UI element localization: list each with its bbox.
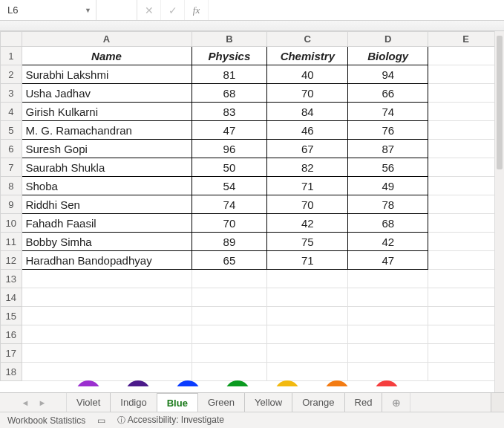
table-header-cell[interactable]: Name xyxy=(22,47,192,65)
score-cell[interactable]: 78 xyxy=(348,195,428,214)
new-sheet-button[interactable]: ⊕ xyxy=(382,393,410,412)
cell[interactable] xyxy=(267,270,348,288)
score-cell[interactable]: 75 xyxy=(267,233,348,251)
score-cell[interactable]: 84 xyxy=(267,103,348,121)
score-cell[interactable]: 89 xyxy=(192,233,267,251)
row-header[interactable]: 16 xyxy=(1,325,22,344)
cell[interactable] xyxy=(192,307,267,325)
name-cell[interactable]: Girish Kulkarni xyxy=(22,103,192,121)
cell[interactable] xyxy=(348,344,428,363)
cell[interactable] xyxy=(192,344,267,363)
accessibility-status[interactable]: ⓘ Accessibility: Investigate xyxy=(117,415,224,426)
score-cell[interactable]: 49 xyxy=(348,177,428,195)
cell[interactable] xyxy=(428,363,504,381)
row-header[interactable]: 9 xyxy=(1,195,22,214)
cell[interactable] xyxy=(348,363,428,381)
score-cell[interactable]: 96 xyxy=(192,140,267,158)
name-cell[interactable]: Saurabh Shukla xyxy=(22,158,192,177)
cell[interactable] xyxy=(22,288,192,307)
score-cell[interactable]: 68 xyxy=(348,214,428,233)
sheet-tab-yellow[interactable]: Yellow xyxy=(245,393,292,412)
spreadsheet-grid[interactable]: A B C D E 1NamePhysicsChemistryBiology2S… xyxy=(0,31,504,381)
score-cell[interactable]: 56 xyxy=(348,158,428,177)
name-cell[interactable]: Riddhi Sen xyxy=(22,195,192,214)
name-cell[interactable]: Shoba xyxy=(22,177,192,195)
row-header[interactable]: 2 xyxy=(1,65,22,84)
score-cell[interactable]: 65 xyxy=(192,251,267,270)
score-cell[interactable]: 50 xyxy=(192,158,267,177)
cell[interactable] xyxy=(428,251,504,270)
name-cell[interactable]: Surabhi Lakshmi xyxy=(22,65,192,84)
sheet-tab-violet[interactable]: Violet xyxy=(67,393,111,412)
cell[interactable] xyxy=(428,158,504,177)
cell[interactable] xyxy=(428,65,504,84)
tab-scroll-region[interactable] xyxy=(410,393,491,412)
score-cell[interactable]: 83 xyxy=(192,103,267,121)
row-header[interactable]: 3 xyxy=(1,84,22,103)
row-header[interactable]: 10 xyxy=(1,214,22,233)
cell[interactable] xyxy=(267,325,348,344)
sheet-tab-red[interactable]: Red xyxy=(345,393,383,412)
name-cell[interactable]: Bobby Simha xyxy=(22,233,192,251)
cell[interactable] xyxy=(267,288,348,307)
score-cell[interactable]: 94 xyxy=(348,65,428,84)
sheet-tab-indigo[interactable]: Indigo xyxy=(111,393,157,412)
cell[interactable] xyxy=(22,325,192,344)
cell[interactable] xyxy=(22,344,192,363)
cell[interactable] xyxy=(22,363,192,381)
cell[interactable] xyxy=(428,288,504,307)
sheet-nav-prev-icon[interactable]: ◄ xyxy=(22,398,28,407)
score-cell[interactable]: 42 xyxy=(348,233,428,251)
vertical-scrollbar[interactable] xyxy=(494,31,504,392)
cancel-formula-button[interactable]: ✕ xyxy=(137,0,161,20)
cell[interactable] xyxy=(192,363,267,381)
cell[interactable] xyxy=(428,307,504,325)
cell[interactable] xyxy=(267,307,348,325)
score-cell[interactable]: 40 xyxy=(267,65,348,84)
cell[interactable] xyxy=(348,288,428,307)
cell[interactable] xyxy=(267,363,348,381)
sheet-tab-blue[interactable]: Blue xyxy=(157,393,198,412)
score-cell[interactable]: 54 xyxy=(192,177,267,195)
cell[interactable] xyxy=(428,177,504,195)
score-cell[interactable]: 66 xyxy=(348,84,428,103)
cell[interactable] xyxy=(267,344,348,363)
sheet-tab-green[interactable]: Green xyxy=(198,393,245,412)
name-cell[interactable]: Usha Jadhav xyxy=(22,84,192,103)
row-header[interactable]: 6 xyxy=(1,140,22,158)
score-cell[interactable]: 71 xyxy=(267,177,348,195)
cell[interactable] xyxy=(22,307,192,325)
cell[interactable] xyxy=(192,288,267,307)
cell[interactable] xyxy=(192,270,267,288)
cell[interactable] xyxy=(348,325,428,344)
table-header-cell[interactable]: Chemistry xyxy=(267,47,348,65)
row-header[interactable]: 18 xyxy=(1,363,22,381)
name-cell[interactable]: M. G. Ramachandran xyxy=(22,121,192,140)
table-header-cell[interactable]: Physics xyxy=(192,47,267,65)
cell[interactable] xyxy=(428,47,504,65)
score-cell[interactable]: 71 xyxy=(267,251,348,270)
display-settings-icon[interactable]: ▭ xyxy=(97,415,105,426)
score-cell[interactable]: 70 xyxy=(267,84,348,103)
table-header-cell[interactable]: Biology xyxy=(348,47,428,65)
col-header-D[interactable]: D xyxy=(348,32,428,47)
cell[interactable] xyxy=(428,214,504,233)
row-header[interactable]: 17 xyxy=(1,344,22,363)
score-cell[interactable]: 68 xyxy=(192,84,267,103)
score-cell[interactable]: 46 xyxy=(267,121,348,140)
score-cell[interactable]: 82 xyxy=(267,158,348,177)
row-header[interactable]: 8 xyxy=(1,177,22,195)
score-cell[interactable]: 70 xyxy=(267,195,348,214)
confirm-formula-button[interactable]: ✓ xyxy=(161,0,185,20)
row-header[interactable]: 12 xyxy=(1,251,22,270)
row-header[interactable]: 7 xyxy=(1,158,22,177)
col-header-A[interactable]: A xyxy=(22,32,192,47)
vertical-scrollbar-thumb[interactable] xyxy=(497,36,503,169)
row-header[interactable]: 14 xyxy=(1,288,22,307)
name-cell[interactable]: Fahadh Faasil xyxy=(22,214,192,233)
score-cell[interactable]: 81 xyxy=(192,65,267,84)
sheet-nav-next-icon[interactable]: ► xyxy=(39,398,45,407)
cell[interactable] xyxy=(348,307,428,325)
col-header-C[interactable]: C xyxy=(267,32,348,47)
select-all-corner[interactable] xyxy=(1,32,22,47)
